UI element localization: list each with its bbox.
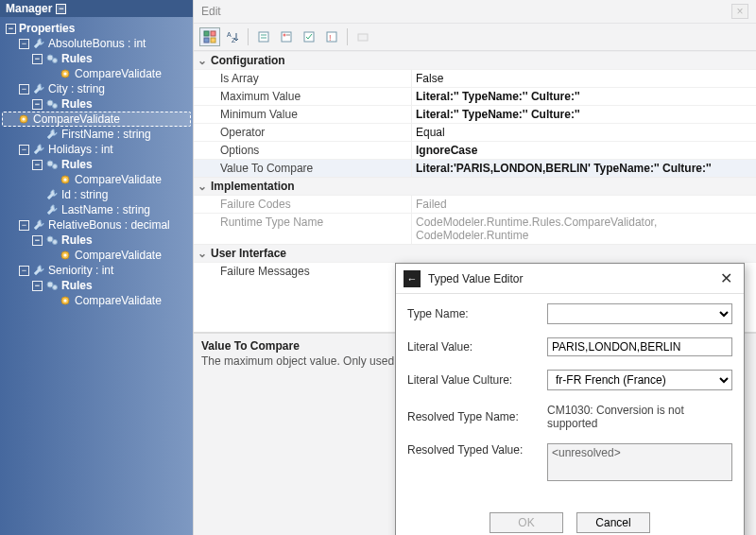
gear-y-icon — [59, 294, 72, 307]
back-icon: ← — [404, 270, 421, 287]
property-row[interactable]: OperatorEqual — [194, 123, 756, 141]
tree-item[interactable]: −AbsoluteBonus : int — [2, 36, 191, 51]
property-value[interactable]: Failed — [411, 196, 756, 213]
gear-y-icon — [59, 249, 72, 262]
tree-item-label: Rules — [61, 97, 93, 111]
svg-text:!: ! — [329, 33, 332, 43]
svg-point-30 — [284, 34, 286, 37]
tree-item[interactable]: Id : string — [2, 187, 191, 202]
tree-item[interactable]: −Rules — [2, 157, 191, 172]
tree-item-label: Seniority : int — [48, 264, 113, 277]
tree-item[interactable]: CompareValidate — [2, 112, 191, 127]
property-row[interactable]: Failure CodesFailed — [194, 195, 756, 213]
manager-panel: Manager − − Properties −AbsoluteBonus : … — [0, 0, 193, 535]
resolved-type-field: Resolved Type Name: CM1030: Conversion i… — [407, 404, 732, 430]
chevron-down-icon: ⌄ — [198, 54, 211, 67]
tree-item[interactable]: −Rules — [2, 96, 191, 112]
tree-item-label: Holidays : int — [48, 143, 113, 156]
expander-icon — [45, 296, 56, 306]
property-name: Minimum Value — [194, 106, 411, 123]
expander-icon[interactable]: − — [32, 99, 43, 110]
property-value[interactable]: Equal — [411, 124, 756, 141]
tree-item[interactable]: CompareValidate — [2, 66, 191, 81]
property-category[interactable]: ⌄User Interface — [194, 244, 756, 262]
categorized-icon[interactable] — [199, 27, 220, 46]
toolbar-separator-2 — [347, 28, 348, 45]
property-value[interactable]: IgnoreCase — [411, 142, 756, 159]
dialog-titlebar[interactable]: ← Typed Value Editor ✕ — [396, 264, 744, 294]
svg-point-8 — [47, 161, 53, 166]
tool-5-icon[interactable] — [299, 27, 319, 46]
tree-item-label: Rules — [61, 233, 93, 247]
ok-button: OK — [490, 512, 563, 533]
property-value[interactable]: CodeModeler.Runtime.Rules.CompareValidat… — [411, 214, 756, 244]
expander-icon[interactable]: − — [19, 39, 29, 49]
tree-item-label: Rules — [61, 279, 93, 292]
property-category[interactable]: ⌄Implementation — [194, 177, 756, 195]
tree-item[interactable]: −Holidays : int — [2, 142, 191, 157]
dialog-close-icon[interactable]: ✕ — [716, 269, 736, 287]
svg-point-9 — [53, 164, 58, 169]
tree-item-label: CompareValidate — [75, 249, 162, 262]
property-value[interactable]: False — [411, 70, 756, 87]
manager-title-bar: Manager − — [0, 0, 193, 17]
property-row[interactable]: Value To CompareLiteral:'PARIS,LONDON,BE… — [194, 159, 756, 177]
property-row[interactable]: Is ArrayFalse — [194, 69, 756, 87]
type-name-select[interactable] — [547, 303, 732, 324]
property-row[interactable]: Minimum ValueLiteral:'' TypeName:'' Cult… — [194, 105, 756, 123]
culture-field: Literal Value Culture: fr-FR French (Fra… — [407, 370, 732, 390]
tool-4-icon[interactable] — [276, 27, 297, 46]
gears-icon — [45, 158, 59, 171]
tree-item[interactable]: −RelativeBonus : decimal — [2, 217, 191, 233]
property-row[interactable]: Runtime Type NameCodeModeler.Runtime.Rul… — [194, 213, 756, 244]
tree-item[interactable]: LastName : string — [2, 202, 191, 217]
collapse-icon[interactable]: − — [56, 4, 66, 14]
property-row[interactable]: OptionsIgnoreCase — [194, 141, 756, 159]
expander-icon[interactable]: − — [32, 235, 43, 246]
expander-icon[interactable]: − — [6, 24, 16, 34]
svg-point-7 — [22, 117, 25, 120]
expander-icon[interactable]: − — [19, 84, 29, 95]
tree-item[interactable]: −City : string — [2, 81, 191, 96]
tree-item[interactable]: CompareValidate — [2, 248, 191, 263]
dialog-body: Type Name: Literal Value: Literal Value … — [396, 294, 744, 507]
expander-icon[interactable]: − — [19, 266, 29, 276]
svg-point-3 — [63, 72, 66, 75]
gears-icon — [45, 52, 59, 65]
tree-item-label: Id : string — [61, 188, 108, 201]
resolved-type-value: CM1030: Conversion is not supported — [547, 404, 732, 430]
property-category[interactable]: ⌄Configuration — [194, 51, 756, 69]
expander-icon[interactable]: − — [32, 54, 43, 64]
svg-rect-29 — [282, 32, 291, 42]
tree-item[interactable]: CompareValidate — [2, 172, 191, 187]
culture-select[interactable]: fr-FR French (France) — [547, 370, 732, 390]
tree-item[interactable]: −Seniority : int — [2, 263, 191, 278]
expander-icon[interactable]: − — [19, 145, 29, 155]
property-row[interactable]: Maximum ValueLiteral:'' TypeName:'' Cult… — [194, 87, 756, 105]
tree-item[interactable]: CompareValidate — [2, 293, 191, 308]
svg-point-17 — [53, 285, 58, 290]
tree-item[interactable]: FirstName : string — [2, 127, 191, 142]
alphabetical-icon[interactable]: AZ — [222, 27, 243, 46]
typed-value-editor-dialog: ← Typed Value Editor ✕ Type Name: Litera… — [395, 263, 745, 535]
literal-value-label: Literal Value: — [407, 340, 540, 354]
expander-icon[interactable]: − — [32, 281, 43, 291]
expander-icon[interactable]: − — [32, 160, 43, 170]
close-icon[interactable]: × — [731, 4, 748, 19]
property-name: Operator — [194, 124, 411, 141]
property-value[interactable]: Literal:'PARIS,LONDON,BERLIN' TypeName:'… — [411, 160, 756, 177]
tool-3-icon[interactable] — [253, 27, 274, 46]
tree-item-label: LastName : string — [61, 203, 150, 216]
tree-item[interactable]: −Rules — [2, 278, 191, 293]
tree-item[interactable]: −Rules — [2, 51, 191, 66]
tool-6-icon[interactable]: ! — [321, 27, 342, 46]
property-value[interactable]: Literal:'' TypeName:'' Culture:'' — [411, 106, 756, 123]
dialog-buttons: OK Cancel — [396, 507, 744, 535]
tree-item[interactable]: −Rules — [2, 233, 191, 248]
tree-item-label: CompareValidate — [75, 173, 162, 186]
expander-icon[interactable]: − — [19, 220, 29, 231]
property-value[interactable]: Literal:'' TypeName:'' Culture:'' — [411, 88, 756, 105]
literal-value-input[interactable] — [547, 337, 732, 356]
cancel-button[interactable]: Cancel — [576, 512, 650, 533]
tree-root[interactable]: − Properties — [2, 21, 191, 36]
